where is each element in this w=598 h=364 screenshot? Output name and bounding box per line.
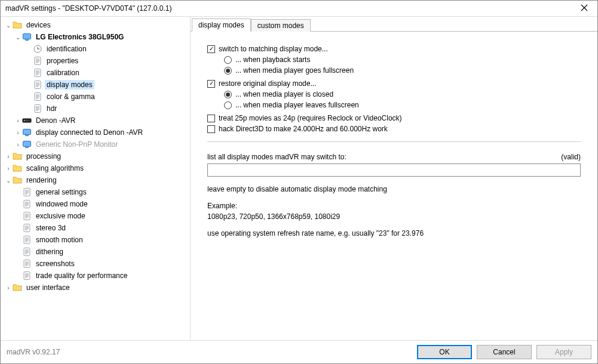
avr-icon bbox=[22, 116, 32, 125]
tree-r-stereo[interactable]: · stereo 3d bbox=[3, 222, 190, 234]
sheet-icon bbox=[33, 56, 42, 66]
modes-input[interactable] bbox=[207, 164, 581, 177]
sheet-icon bbox=[33, 68, 42, 78]
leave-empty-note: leave empty to disable automatic display… bbox=[207, 185, 581, 193]
expander-icon[interactable]: › bbox=[4, 165, 13, 172]
modes-list-label-row: list all display modes madVR may switch … bbox=[207, 153, 581, 161]
settings-window: madVR settings - "DESKTOP-V7VD0T4" (127.… bbox=[0, 0, 598, 364]
titlebar: madVR settings - "DESKTOP-V7VD0T4" (127.… bbox=[1, 1, 597, 17]
apply-button: Apply bbox=[536, 345, 591, 359]
rad-switch-playback[interactable]: ... when playback starts bbox=[224, 55, 581, 64]
tree-r-smooth[interactable]: · smooth motion bbox=[3, 234, 190, 246]
cancel-button[interactable]: Cancel bbox=[477, 345, 532, 359]
expander-icon[interactable]: › bbox=[14, 129, 22, 136]
checkbox-icon: ✓ bbox=[207, 80, 215, 88]
expander-icon[interactable]: ⌄ bbox=[4, 22, 13, 29]
example-title: Example: bbox=[207, 202, 581, 210]
radio-icon bbox=[224, 101, 232, 109]
tree-lg-properties[interactable]: · properties bbox=[3, 55, 190, 67]
rad-restore-closed[interactable]: ... when media player is closed bbox=[224, 90, 581, 98]
folder-icon bbox=[13, 283, 22, 292]
tree-r-exclusive[interactable]: · exclusive mode bbox=[3, 210, 190, 222]
separator bbox=[207, 141, 581, 142]
tree-r-dithering[interactable]: · dithering bbox=[3, 246, 190, 258]
tree-user-interface[interactable]: › user interface bbox=[3, 282, 190, 294]
radio-icon bbox=[224, 67, 232, 75]
monitor-icon bbox=[22, 128, 32, 137]
tree-lg-calibration[interactable]: · calibration bbox=[3, 67, 190, 79]
folder-icon bbox=[13, 152, 22, 161]
footer: madVR v0.92.17 OK Cancel Apply bbox=[1, 340, 597, 363]
radio-icon bbox=[224, 91, 232, 98]
tree-processing[interactable]: › processing bbox=[3, 150, 190, 162]
expander-icon[interactable]: ⌄ bbox=[14, 34, 22, 41]
expander-icon[interactable]: ⌄ bbox=[4, 177, 13, 184]
refresh-hint: use operating system refresh rate name, … bbox=[207, 229, 581, 237]
monitor-icon bbox=[22, 32, 32, 42]
rad-switch-fullscreen[interactable]: ... when media player goes fullscreen bbox=[224, 66, 581, 75]
sheet-icon bbox=[22, 247, 32, 257]
rad-restore-leaves[interactable]: ... when media player leaves fullscreen bbox=[224, 101, 581, 109]
checkbox-icon bbox=[207, 115, 215, 122]
tree-device-lg[interactable]: ⌄ LG Electronics 38GL950G bbox=[3, 31, 190, 43]
tab-bar: display modes custom modes bbox=[191, 17, 597, 32]
sheet-icon bbox=[33, 80, 42, 90]
tree-r-screenshots[interactable]: · screenshots bbox=[3, 258, 190, 270]
ok-button[interactable]: OK bbox=[417, 345, 472, 359]
sheet-icon bbox=[22, 271, 32, 280]
sheet-icon bbox=[22, 235, 32, 245]
radio-icon bbox=[224, 56, 232, 64]
sheet-icon bbox=[33, 92, 42, 101]
checkbox-icon bbox=[207, 125, 215, 133]
chk-hack-d3d[interactable]: hack Direct3D to make 24.000Hz and 60.00… bbox=[207, 125, 581, 133]
modes-valid-label: (valid) bbox=[561, 153, 581, 161]
tree-lg-hdr[interactable]: · hdr bbox=[3, 103, 190, 115]
content-area: display modes custom modes ✓ switch to m… bbox=[191, 17, 597, 340]
folder-icon bbox=[13, 175, 22, 185]
chk-restore-mode[interactable]: ✓ restore original display mode... bbox=[207, 79, 581, 88]
sheet-icon bbox=[22, 223, 32, 233]
folder-icon bbox=[13, 164, 22, 173]
tree-lg-identification[interactable]: · identification bbox=[3, 43, 190, 55]
expander-icon[interactable]: › bbox=[4, 153, 13, 160]
tree-generic-monitor[interactable]: › Generic Non-PnP Monitor bbox=[3, 138, 190, 150]
expander-icon[interactable]: › bbox=[14, 118, 22, 124]
modes-list-label: list all display modes madVR may switch … bbox=[207, 153, 346, 161]
tab-display-modes[interactable]: display modes bbox=[192, 18, 251, 32]
tab-custom-modes[interactable]: custom modes bbox=[251, 19, 311, 32]
sheet-icon bbox=[22, 211, 32, 221]
checkbox-icon: ✓ bbox=[207, 45, 215, 53]
tree-rendering[interactable]: ⌄ rendering bbox=[3, 174, 190, 186]
tree-lg-display-modes[interactable]: · display modes bbox=[3, 79, 190, 91]
folder-icon bbox=[13, 20, 22, 30]
sheet-icon bbox=[22, 259, 32, 269]
clock-icon bbox=[33, 44, 42, 54]
tree-device-denon[interactable]: › Denon -AVR bbox=[3, 115, 190, 127]
monitor-icon bbox=[22, 140, 32, 149]
sheet-icon bbox=[22, 199, 32, 209]
sheet-icon bbox=[22, 187, 32, 197]
example-value: 1080p23, 720p50, 1366x768p59, 1080i29 bbox=[207, 212, 581, 221]
close-button[interactable] bbox=[571, 1, 597, 16]
expander-icon[interactable]: › bbox=[4, 285, 13, 291]
chk-treat-25p[interactable]: treat 25p movies as 24p (requires Recloc… bbox=[207, 114, 581, 122]
sheet-icon bbox=[33, 104, 42, 113]
close-icon bbox=[581, 4, 588, 13]
expander-icon[interactable]: › bbox=[14, 141, 22, 148]
tree-devices[interactable]: ⌄ devices bbox=[3, 19, 190, 31]
body: ⌄ devices ⌄ LG Electronics 38GL950G · id… bbox=[1, 17, 597, 340]
tree-r-windowed[interactable]: · windowed mode bbox=[3, 198, 190, 210]
tree-scaling[interactable]: › scaling algorithms bbox=[3, 162, 190, 174]
tree-lg-color-gamma[interactable]: · color & gamma bbox=[3, 91, 190, 103]
window-title: madVR settings - "DESKTOP-V7VD0T4" (127.… bbox=[5, 4, 571, 13]
tree-view[interactable]: ⌄ devices ⌄ LG Electronics 38GL950G · id… bbox=[1, 17, 191, 340]
chk-switch-mode[interactable]: ✓ switch to matching display mode... bbox=[207, 45, 581, 53]
tree-r-trade[interactable]: · trade quality for performance bbox=[3, 270, 190, 282]
tree-display-connected[interactable]: › display connected to Denon -AVR bbox=[3, 127, 190, 138]
version-label: madVR v0.92.17 bbox=[7, 348, 412, 356]
tree-r-general[interactable]: · general settings bbox=[3, 186, 190, 198]
tab-pane-display-modes: ✓ switch to matching display mode... ...… bbox=[191, 32, 597, 340]
